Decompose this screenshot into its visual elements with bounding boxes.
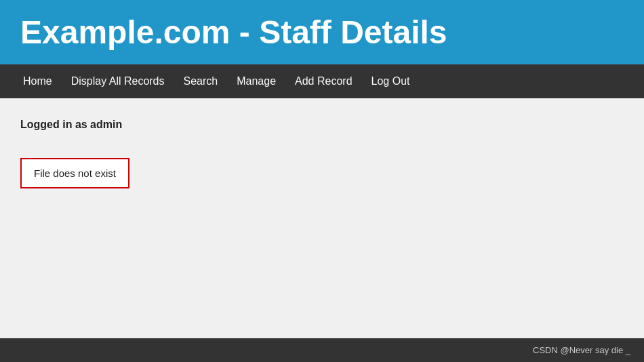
nav-manage[interactable]: Manage [227,64,285,98]
footer-bar: CSDN @Never say die _ [0,338,644,362]
error-message-text: File does not exist [34,167,116,179]
nav-add-record[interactable]: Add Record [285,64,362,98]
nav-log-out[interactable]: Log Out [362,64,420,98]
navbar: Home Display All Records Search Manage A… [0,64,644,98]
main-content: Logged in as admin File does not exist [0,98,644,302]
site-header: Example.com - Staff Details [0,0,644,64]
logged-in-label: Logged in as admin [20,119,624,131]
nav-home[interactable]: Home [14,64,62,98]
nav-search[interactable]: Search [174,64,228,98]
nav-display-all-records[interactable]: Display All Records [62,64,174,98]
page-title: Example.com - Staff Details [20,14,447,50]
footer-text: CSDN @Never say die _ [533,345,630,355]
error-message-box: File does not exist [20,158,129,188]
